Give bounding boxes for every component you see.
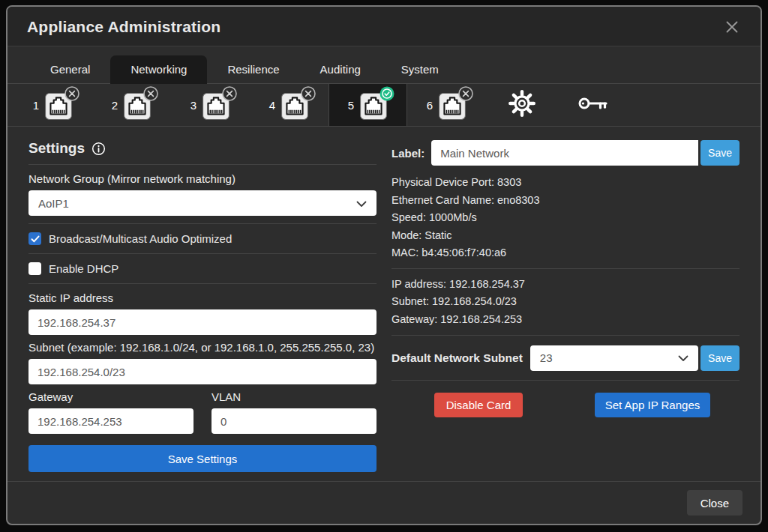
ethernet-port-icon [44,92,73,121]
static-ip-input[interactable] [28,309,376,335]
subnet-label: Subnet (example: 192.168.1.0/24, or 192.… [28,341,376,354]
card-details-panel: Label: Save Physical Device Port: 8303 E… [392,137,740,481]
network-card-tab-3[interactable]: 3 [171,84,250,126]
appliance-administration-dialog: Appliance Administration General Network… [6,5,762,525]
status-disconnected-icon [64,85,80,102]
card-mode: Mode: Static [392,228,740,244]
default-subnet-save-button[interactable]: Save [700,345,740,371]
default-subnet-selected-value: 23 [540,351,553,364]
card-actions-row: Disable Card Set App IP Ranges [392,393,740,417]
gateway-vlan-row: Gateway VLAN [28,384,376,434]
status-disconnected-icon [221,85,238,102]
key-icon [578,93,610,117]
info-icon[interactable] [92,142,106,156]
gateway-label: Gateway [28,390,194,403]
network-card-tab-2[interactable]: 2 [92,84,171,126]
status-disconnected-icon [142,85,159,102]
card-label-field-label: Label: [392,147,424,160]
divider [28,283,376,284]
status-connected-icon [379,85,395,102]
card-number: 4 [269,99,275,112]
card-label-input[interactable] [431,140,698,166]
subnet-input[interactable] [28,359,376,384]
set-app-ip-ranges-button[interactable]: Set App IP Ranges [595,393,710,417]
card-address-block: IP address: 192.168.254.37 Subnet: 192.1… [392,276,740,327]
gateway-input[interactable] [28,408,194,434]
enable-dhcp-label: Enable DHCP [49,262,118,275]
network-group-select[interactable]: AoIP1 [28,190,376,216]
ethernet-port-icon [123,92,152,121]
main-tab-bar: General Networking Resilience Auditing S… [8,46,760,84]
close-button[interactable]: Close [687,490,742,516]
card-number: 2 [112,99,118,112]
card-label-row: Label: Save [392,140,740,166]
card-number: 5 [348,99,354,112]
tab-networking[interactable]: Networking [110,55,207,84]
dialog-footer: Close [8,481,760,524]
divider [28,164,376,165]
card-mac: MAC: b4:45:06:f7:40:a6 [392,245,740,261]
card-subnet: Subnet: 192.168.254.0/23 [392,294,740,309]
ethernet-port-icon [280,92,309,121]
physical-device-port: Physical Device Port: 8303 [392,175,740,190]
card-info-block: Physical Device Port: 8303 Ethernet Card… [392,175,740,261]
network-group-label: Network Group (Mirror network matching) [28,172,376,185]
settings-panel: Settings Network Group (Mirror network m… [28,137,376,481]
divider [392,268,740,269]
dialog-titlebar: Appliance Administration [8,7,760,46]
vlan-input[interactable] [212,408,376,434]
dialog-title: Appliance Administration [27,18,220,36]
card-number: 6 [427,99,433,112]
card-number: 3 [190,99,196,112]
card-speed: Speed: 1000Mb/s [392,210,740,226]
card-number: 1 [33,99,39,112]
divider [392,380,740,381]
close-icon[interactable] [723,18,741,36]
security-key-tab[interactable] [558,84,630,126]
ethernet-card-name: Ethernet Card Name: eno8303 [392,193,740,208]
chevron-down-icon [356,197,367,210]
network-card-tab-1[interactable]: 1 [14,84,92,126]
networking-content: Settings Network Group (Mirror network m… [8,127,760,481]
gear-icon [506,88,538,122]
broadcast-optimized-checkbox[interactable] [28,232,41,245]
static-ip-label: Static IP address [28,291,376,304]
card-ip-address: IP address: 192.168.254.37 [392,276,740,292]
network-group-selected-value: AoIP1 [38,197,69,210]
enable-dhcp-checkbox[interactable] [28,262,41,275]
tab-resilience[interactable]: Resilience [207,55,299,84]
tab-system[interactable]: System [381,55,459,84]
broadcast-optimized-row: Broadcast/Multicast Audio Optimized [28,232,376,245]
default-subnet-label: Default Network Subnet [392,351,523,365]
ethernet-port-icon [359,92,388,121]
chevron-down-icon [678,351,688,364]
vlan-label: VLAN [212,390,376,403]
card-gateway: Gateway: 192.168.254.253 [392,312,740,327]
disable-card-button[interactable]: Disable Card [434,393,524,417]
divider [28,223,376,224]
status-disconnected-icon [458,85,474,102]
enable-dhcp-row: Enable DHCP [28,262,376,275]
network-card-tab-5[interactable]: 5 [328,84,407,126]
card-label-save-button[interactable]: Save [700,140,740,166]
save-settings-button[interactable]: Save Settings [28,445,376,472]
tab-auditing[interactable]: Auditing [300,55,381,84]
divider [28,253,376,254]
advanced-settings-tab[interactable] [486,84,558,126]
divider [392,335,740,336]
status-disconnected-icon [300,85,316,102]
broadcast-optimized-label: Broadcast/Multicast Audio Optimized [49,232,232,245]
network-card-tab-4[interactable]: 4 [250,84,328,126]
default-subnet-row: Default Network Subnet 23 Save [392,345,740,371]
settings-heading: Settings [28,140,376,157]
network-card-tab-6[interactable]: 6 [407,84,486,126]
default-subnet-select[interactable]: 23 [530,345,698,371]
tab-general[interactable]: General [30,55,110,84]
ethernet-port-icon [438,92,466,121]
ethernet-port-icon [202,92,230,121]
settings-heading-label: Settings [28,140,85,157]
network-card-strip: 1 2 3 [8,84,760,127]
